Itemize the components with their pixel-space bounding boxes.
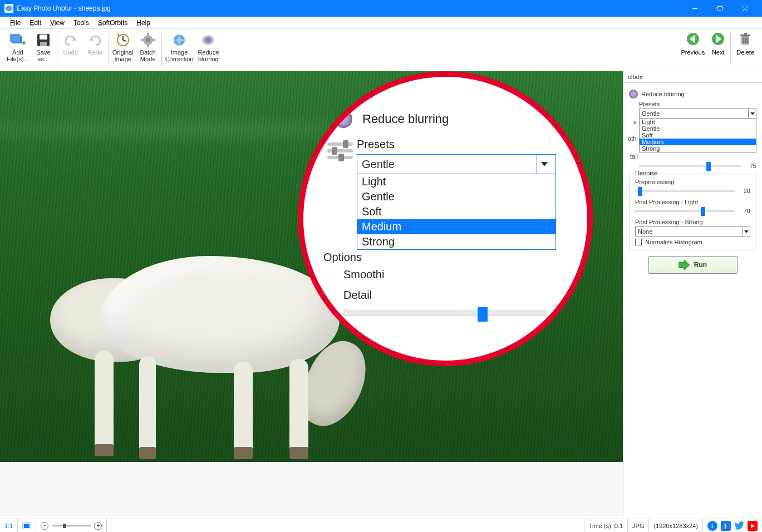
preset-option[interactable]: Strong xyxy=(640,145,756,152)
menubar: File Edit View Tools SoftOrbits Help xyxy=(0,17,762,29)
batch-mode-button[interactable]: Batch Mode xyxy=(136,31,160,68)
zoom-callout: Reduce blurring Presets Gentle xyxy=(298,71,593,366)
preset-option[interactable]: Light xyxy=(640,119,756,125)
chevron-down-icon xyxy=(537,155,551,174)
normalize-histogram-checkbox[interactable]: Normalize Histogram xyxy=(635,239,750,245)
presets-dropdown[interactable]: Gentle xyxy=(639,109,756,119)
preprocessing-value[interactable]: 20 xyxy=(738,188,750,194)
sliders-icon xyxy=(327,141,353,160)
image-correction-button[interactable]: Image Correction xyxy=(163,31,196,68)
menu-softorbits[interactable]: SoftOrbits xyxy=(94,18,132,28)
fit-to-window-button[interactable] xyxy=(18,519,36,532)
callout-title: Reduce blurring xyxy=(362,112,449,126)
svg-rect-32 xyxy=(740,35,750,36)
menu-tools[interactable]: Tools xyxy=(69,18,94,28)
chevron-down-icon xyxy=(742,227,750,236)
youtube-icon[interactable] xyxy=(748,521,758,531)
detail-value[interactable]: 75 xyxy=(744,162,756,169)
svg-rect-5 xyxy=(10,34,20,42)
presets-dropdown-list[interactable]: Light Gentle Soft Medium Strong xyxy=(357,174,556,250)
save-icon xyxy=(36,32,51,48)
preset-option[interactable]: Strong xyxy=(357,234,555,249)
preset-option[interactable]: Light xyxy=(357,174,555,189)
svg-rect-20 xyxy=(141,39,144,41)
toolbox-title: olbox xyxy=(623,71,762,83)
preset-option[interactable]: Soft xyxy=(640,132,756,139)
reduce-blurring-button[interactable]: Reduce blurring xyxy=(195,31,221,68)
zoom-in-button[interactable]: + xyxy=(94,522,102,530)
svg-rect-21 xyxy=(152,39,155,41)
menu-help[interactable]: Help xyxy=(132,18,155,28)
clock-icon xyxy=(115,32,131,48)
redo-icon xyxy=(87,32,103,48)
postprocessing-light-value[interactable]: 70 xyxy=(738,208,750,214)
save-as-button[interactable]: Save as... xyxy=(31,31,56,68)
toolbox-panel: olbox Reduce blurring Presets Gentle s o… xyxy=(623,71,762,516)
toolbar: + Add File(s)... Save as... Undo Redo Or… xyxy=(0,29,762,71)
preprocessing-slider[interactable] xyxy=(635,190,735,192)
svg-marker-45 xyxy=(751,524,755,528)
delete-button[interactable]: Delete xyxy=(733,31,758,57)
svg-text:i: i xyxy=(711,523,713,529)
chevron-down-icon xyxy=(748,109,756,118)
presets-dropdown[interactable]: Gentle xyxy=(357,154,556,174)
presets-label: Presets xyxy=(357,138,556,151)
arrow-left-icon xyxy=(686,32,700,46)
info-icon[interactable]: i xyxy=(707,521,717,531)
trash-icon xyxy=(739,32,752,46)
postprocessing-strong-dropdown[interactable]: None xyxy=(635,226,750,237)
undo-icon xyxy=(63,32,78,48)
svg-rect-42 xyxy=(24,524,30,528)
previous-button[interactable]: Previous xyxy=(677,31,708,57)
detail-slider[interactable] xyxy=(343,311,547,316)
zoom-ratio[interactable]: 1:1 xyxy=(0,519,18,532)
add-files-icon: + xyxy=(10,32,26,48)
checkbox-icon xyxy=(635,239,642,245)
redo-button[interactable]: Redo xyxy=(83,31,107,68)
run-button[interactable]: Run xyxy=(648,256,738,274)
original-image-button[interactable]: Original Image xyxy=(110,31,136,68)
detail-slider[interactable] xyxy=(639,165,741,167)
presets-dropdown-list[interactable]: Light Gentle Soft Medium Strong xyxy=(639,119,756,152)
facebook-icon[interactable]: f xyxy=(721,521,731,531)
next-button[interactable]: Next xyxy=(708,31,728,57)
svg-rect-9 xyxy=(40,42,47,46)
status-dimensions: (1920x1283x24) xyxy=(649,519,703,532)
preset-option[interactable]: Gentle xyxy=(640,125,756,132)
menu-edit[interactable]: Edit xyxy=(25,18,46,28)
svg-marker-37 xyxy=(541,162,548,166)
svg-rect-8 xyxy=(40,35,47,40)
postprocessing-light-slider[interactable] xyxy=(635,210,735,212)
blur-icon xyxy=(200,32,216,48)
preset-option[interactable]: Gentle xyxy=(357,189,555,204)
status-format: JPG xyxy=(628,519,649,532)
denoise-group-label: Denoise xyxy=(633,170,660,176)
sparkle-icon xyxy=(171,32,187,48)
preset-option[interactable]: Medium xyxy=(640,139,756,145)
svg-marker-40 xyxy=(679,260,690,270)
maximize-button[interactable] xyxy=(707,0,732,17)
preset-option[interactable]: Soft xyxy=(357,204,555,219)
svg-rect-19 xyxy=(147,44,149,47)
preset-option[interactable]: Medium xyxy=(357,219,555,234)
close-button[interactable] xyxy=(732,0,758,17)
add-files-button[interactable]: + Add File(s)... xyxy=(4,31,31,68)
postprocessing-light-label: Post Processing - Light xyxy=(635,199,750,205)
preprocessing-label: Preprocessing xyxy=(635,179,750,185)
gear-icon xyxy=(140,32,156,48)
svg-rect-18 xyxy=(147,33,149,36)
svg-text:f: f xyxy=(724,523,727,529)
twitter-icon[interactable] xyxy=(734,521,744,531)
statusbar: 1:1 − + Time (s): 0.1 JPG (1920x1283x24)… xyxy=(0,519,762,532)
detail-label: Detail xyxy=(343,289,573,302)
image-canvas[interactable]: Reduce blurring Presets Gentle xyxy=(0,71,623,516)
zoom-slider[interactable]: − + xyxy=(36,519,107,532)
presets-label: Presets xyxy=(639,101,756,107)
svg-marker-38 xyxy=(750,112,755,115)
reduce-blurring-label: Reduce blurring xyxy=(641,91,685,97)
undo-button[interactable]: Undo xyxy=(58,31,83,68)
zoom-out-button[interactable]: − xyxy=(41,522,48,530)
menu-view[interactable]: View xyxy=(46,18,69,28)
minimize-button[interactable] xyxy=(682,0,707,17)
menu-file[interactable]: File xyxy=(6,18,25,28)
